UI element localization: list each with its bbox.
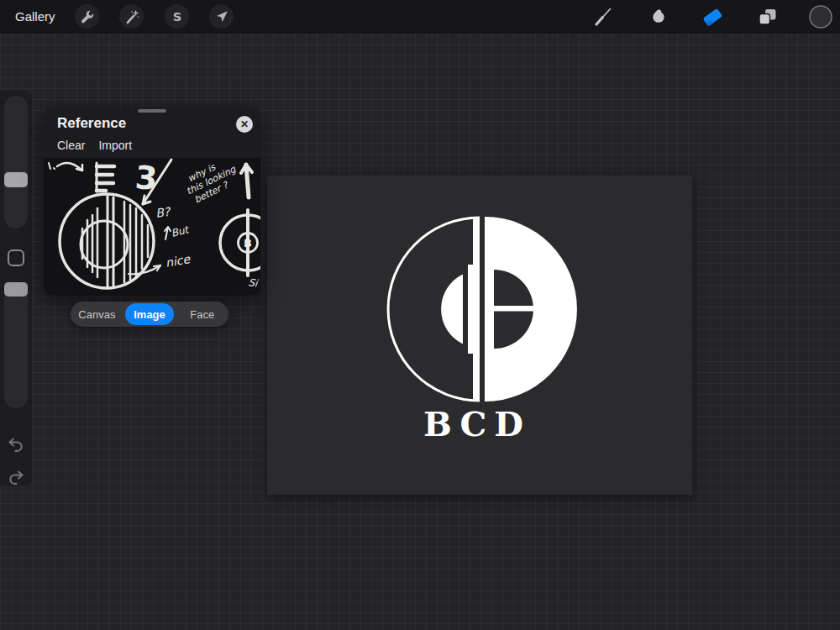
sketch-note-but: But	[170, 223, 192, 239]
workspace: BCD Reference ✕ Clear	[0, 34, 840, 630]
eraser-tool-button[interactable]	[700, 4, 725, 29]
eraser-icon	[701, 5, 724, 29]
logo-left-arc	[388, 218, 480, 401]
tab-image[interactable]: Image	[125, 303, 175, 325]
logo-inner-left-segment	[441, 275, 463, 344]
paint-brush-icon	[592, 6, 614, 28]
transform-arrow-icon	[213, 8, 231, 26]
opacity-handle[interactable]	[4, 282, 28, 297]
tab-canvas[interactable]: Canvas	[72, 303, 122, 325]
transform-button[interactable]	[209, 4, 234, 29]
sidebar	[0, 91, 32, 486]
import-button[interactable]: Import	[98, 139, 132, 152]
close-icon: ✕	[240, 119, 249, 129]
sketch-circle-letter: B	[244, 237, 252, 249]
gallery-button[interactable]: Gallery	[15, 0, 55, 34]
wrench-icon	[78, 8, 97, 26]
close-button[interactable]: ✕	[236, 116, 253, 133]
sketch-drawing: 3 why is this looking better ? B? But ni…	[44, 158, 260, 296]
smudge-tool-button[interactable]	[645, 4, 670, 29]
drawing-canvas[interactable]: BCD	[267, 176, 692, 495]
magic-wand-icon	[123, 8, 141, 26]
reference-actions: Clear Import	[57, 139, 132, 152]
sketch-number-three: 3	[134, 159, 158, 197]
brush-size-handle[interactable]	[4, 172, 28, 187]
layers-icon	[756, 6, 778, 28]
actions-button[interactable]	[75, 4, 99, 29]
selection-button[interactable]: S	[165, 4, 189, 29]
reference-title: Reference	[57, 115, 126, 132]
opacity-slider[interactable]	[4, 284, 28, 408]
clear-button[interactable]: Clear	[57, 139, 85, 152]
layers-button[interactable]	[754, 4, 780, 29]
sketch-note-si: Si	[248, 276, 260, 290]
modify-button[interactable]	[8, 249, 24, 266]
adjustments-button[interactable]	[119, 4, 144, 29]
selection-glyph: S	[172, 8, 181, 23]
redo-icon	[6, 467, 26, 487]
color-swatch	[808, 4, 833, 29]
drag-handle[interactable]	[138, 109, 166, 113]
undo-button[interactable]	[6, 434, 26, 454]
color-button[interactable]	[808, 4, 833, 29]
logo-wordmark: BCD	[423, 404, 531, 444]
sketch-note-nice: nice	[165, 252, 192, 270]
brush-size-slider[interactable]	[4, 96, 28, 228]
paint-tool-button[interactable]	[591, 4, 616, 29]
reference-panel: Reference ✕ Clear Import	[44, 108, 260, 296]
reference-tabbar: Canvas Image Face	[71, 302, 228, 327]
undo-icon	[6, 434, 26, 454]
selection-s-icon: S	[168, 8, 186, 26]
logo-inner-stripe	[491, 306, 535, 312]
bcd-logo-artwork: BCD	[267, 176, 692, 495]
reference-image[interactable]: 3 why is this looking better ? B? But ni…	[44, 158, 260, 296]
tab-face[interactable]: Face	[177, 303, 227, 325]
top-toolbar: Gallery S	[0, 0, 840, 34]
sketch-note-b: B?	[155, 205, 172, 220]
redo-button[interactable]	[6, 467, 26, 487]
logo-center-bar-step	[468, 265, 480, 354]
smudge-finger-icon	[647, 6, 669, 28]
